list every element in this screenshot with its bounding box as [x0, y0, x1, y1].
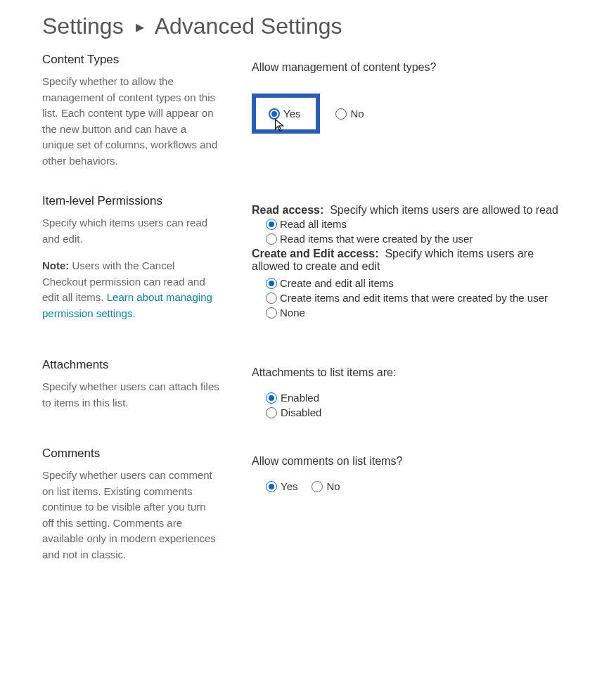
radio-icon [266, 392, 277, 404]
radio-label: No [350, 108, 364, 120]
radio-label: No [326, 480, 340, 492]
radio-icon [266, 307, 277, 319]
breadcrumb-current: Advanced Settings [155, 13, 342, 39]
radio-icon [312, 481, 323, 492]
section-item-level: Item-level Permissions Specify which ite… [42, 194, 574, 333]
read-own-radio[interactable]: Read items that were created by the user [252, 233, 574, 245]
radio-icon [266, 278, 277, 289]
edit-none-radio[interactable]: None [252, 307, 574, 319]
breadcrumb-root[interactable]: Settings [42, 13, 124, 39]
radio-label: Yes [281, 480, 297, 492]
attachments-disabled-radio[interactable]: Disabled [252, 406, 574, 418]
edit-own-radio[interactable]: Create items and edit items that were cr… [252, 292, 574, 304]
section-title: Attachments [42, 358, 219, 372]
content-types-question: Allow management of content types? [252, 61, 574, 74]
cursor-icon [274, 119, 285, 133]
radio-icon [266, 407, 277, 418]
section-attachments: Attachments Specify whether users can at… [42, 358, 574, 421]
breadcrumb: Settings ▸ Advanced Settings [42, 14, 574, 39]
radio-label: None [280, 307, 305, 319]
section-desc: Specify whether users can attach files t… [42, 379, 219, 411]
radio-label: Create items and edit items that were cr… [280, 292, 548, 304]
section-desc: Specify whether to allow the management … [42, 74, 219, 169]
content-types-no-radio[interactable]: No [335, 108, 364, 120]
radio-label: Read all items [280, 218, 347, 230]
radio-icon [266, 233, 277, 245]
section-title: Item-level Permissions [42, 194, 219, 208]
attachments-question: Attachments to list items are: [252, 366, 574, 379]
radio-icon [266, 481, 277, 492]
radio-label: Disabled [281, 406, 321, 418]
radio-icon [266, 219, 277, 230]
section-desc: Specify which items users can read and e… [42, 215, 219, 321]
radio-label: Read items that were created by the user [280, 233, 473, 245]
comments-question: Allow comments on list items? [252, 455, 574, 468]
radio-icon [335, 108, 347, 120]
radio-icon [269, 108, 280, 120]
read-access-heading: Read access: Specify which items users a… [252, 204, 574, 217]
note-label: Note: [42, 259, 69, 271]
comments-no-radio[interactable]: No [312, 480, 340, 492]
radio-label: Create and edit all items [280, 277, 394, 289]
radio-label: Yes [283, 108, 300, 120]
section-comments: Comments Specify whether users can comme… [42, 447, 574, 563]
radio-label: Enabled [281, 392, 319, 404]
highlighted-selection: Yes [252, 94, 320, 134]
comments-yes-radio[interactable]: Yes [266, 480, 297, 492]
section-title: Comments [42, 447, 219, 461]
attachments-enabled-radio[interactable]: Enabled [252, 392, 574, 404]
section-content-types: Content Types Specify whether to allow t… [42, 53, 574, 169]
chevron-right-icon: ▸ [136, 17, 144, 36]
content-types-yes-radio[interactable]: Yes [269, 108, 300, 120]
radio-icon [266, 293, 277, 304]
section-desc: Specify whether users can comment on lis… [42, 468, 219, 563]
read-all-radio[interactable]: Read all items [252, 218, 574, 230]
edit-access-heading: Create and Edit access: Specify which it… [252, 248, 574, 273]
edit-all-radio[interactable]: Create and edit all items [252, 277, 574, 289]
section-title: Content Types [42, 53, 219, 67]
